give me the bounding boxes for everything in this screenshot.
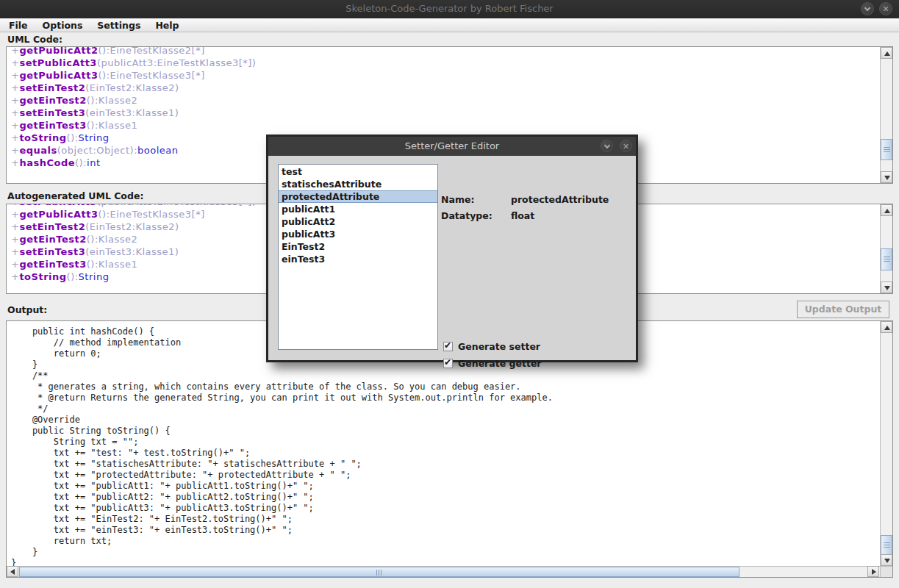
uml-code-line: +setEinTest3(einTest3:Klasse1) <box>11 107 880 119</box>
output-code-line: } <box>11 558 880 566</box>
arrow-up-icon <box>884 51 890 56</box>
checkbox-label: Generate setter <box>458 341 540 352</box>
arrow-up-icon <box>884 326 890 330</box>
list-item-publicAtt1[interactable]: publicAtt1 <box>279 203 437 215</box>
scroll-right-button[interactable] <box>867 566 879 577</box>
name-label: Name: <box>441 194 474 205</box>
grip-icon <box>376 570 382 576</box>
scrollbar-thumb[interactable] <box>881 535 892 555</box>
uml-vertical-scrollbar[interactable] <box>880 47 892 183</box>
list-item-statischesAttribute[interactable]: statischesAttribute <box>279 178 437 190</box>
scroll-down-button[interactable] <box>881 171 892 183</box>
output-code-line: txt += "EinTest2: "+ EinTest2.toString()… <box>11 514 880 525</box>
output-code-line: txt += "test: "+ test.toString()+" "; <box>11 448 880 459</box>
output-code-line: */ <box>11 404 880 415</box>
autogen-vertical-scrollbar[interactable] <box>880 204 892 293</box>
checkbox-box[interactable]: ✔ <box>443 359 453 368</box>
output-code-line: txt += "statischesAttribute: "+ statisch… <box>11 459 880 470</box>
datatype-value: float <box>511 210 534 221</box>
menu-item-help[interactable]: Help <box>148 18 186 32</box>
scroll-left-button[interactable] <box>7 566 18 577</box>
scrollbar-thumb[interactable] <box>19 567 739 577</box>
scroll-down-button[interactable] <box>881 282 892 293</box>
checkbox-label: Generate getter <box>458 358 542 369</box>
shade-window-button[interactable] <box>861 2 874 15</box>
scroll-up-button[interactable] <box>881 47 892 59</box>
app-window: Skeleton-Code-Generator by Robert Fische… <box>0 0 899 588</box>
close-window-button[interactable]: ✕ <box>879 2 892 15</box>
attribute-list[interactable]: teststatischesAttributeprotectedAttribut… <box>278 164 438 350</box>
menu-bar: FileOptionsSettingsHelp <box>0 18 899 32</box>
uml-code-line: +getPublicAtt2():EineTestKlasse2[*] <box>11 47 880 57</box>
chevron-down-icon <box>864 5 870 11</box>
uml-code-line: +setEinTest2(EinTest2:Klasse2) <box>11 82 880 94</box>
output-vertical-scrollbar[interactable] <box>880 321 892 566</box>
output-code-line: txt += "einTest3: "+ einTest3.toString()… <box>11 525 880 536</box>
update-output-button[interactable]: Update Output <box>797 301 889 318</box>
autogen-uml-label: Autogenerated UML Code: <box>7 190 143 201</box>
dialog-close-button[interactable]: ✕ <box>620 140 632 152</box>
uml-code-label: UML Code: <box>7 34 62 45</box>
output-label: Output: <box>7 304 47 315</box>
menu-item-settings[interactable]: Settings <box>90 18 148 32</box>
menu-item-options[interactable]: Options <box>35 18 90 32</box>
output-code-line: txt += "protectedAttribute: "+ protected… <box>11 470 880 481</box>
grip-icon <box>884 257 890 262</box>
menu-item-file[interactable]: File <box>1 18 35 32</box>
name-value: protectedAttribute <box>511 194 609 205</box>
scrollbar-corner <box>880 566 892 577</box>
dialog-body: teststatischesAttributeprotectedAttribut… <box>268 156 636 360</box>
dialog-title-bar: Setter/Getter Editor ✕ <box>268 137 636 156</box>
list-item-test[interactable]: test <box>279 165 437 178</box>
output-code-line: String txt = ""; <box>11 437 880 448</box>
list-item-EinTest2[interactable]: EinTest2 <box>279 240 437 253</box>
arrow-left-icon <box>10 569 15 575</box>
output-code-line: * generates a string, which contains eve… <box>11 381 880 392</box>
uml-code-line: +getEinTest2():Klasse2 <box>11 94 880 107</box>
output-code-line: /** <box>11 370 880 381</box>
output-code-line: txt += "publicAtt1: "+ publicAtt1.toStri… <box>11 481 880 492</box>
arrow-up-icon <box>884 209 890 213</box>
output-horizontal-scrollbar[interactable] <box>7 566 880 577</box>
grip-icon <box>884 147 890 153</box>
window-title: Skeleton-Code-Generator by Robert Fische… <box>0 3 899 14</box>
output-code-line: return txt; <box>11 536 880 547</box>
dialog-title: Setter/Getter Editor <box>268 140 636 151</box>
checkbox-box[interactable]: ✔ <box>443 342 453 351</box>
close-icon: ✕ <box>880 4 892 15</box>
checkmark-icon: ✔ <box>444 357 451 368</box>
list-item-publicAtt2[interactable]: publicAtt2 <box>279 215 437 228</box>
output-code-line: * @return Returns the generated String, … <box>11 392 880 404</box>
uml-code-line: +getPublicAtt3():EineTestKlasse3[*] <box>11 69 880 82</box>
close-icon: ✕ <box>620 141 631 153</box>
output-code-line: txt += "publicAtt3: "+ publicAtt3.toStri… <box>11 503 880 514</box>
datatype-label: Datatype: <box>441 210 493 221</box>
scrollbar-thumb[interactable] <box>881 139 892 160</box>
output-code-line: public String toString() { <box>11 426 880 437</box>
scroll-up-button[interactable] <box>881 321 892 333</box>
scrollbar-thumb[interactable] <box>881 248 892 270</box>
checkmark-icon: ✔ <box>444 340 451 351</box>
uml-code-line: +getEinTest3():Klasse1 <box>11 119 880 132</box>
grip-icon <box>884 542 890 548</box>
output-code-line: @Override <box>11 415 880 426</box>
scroll-up-button[interactable] <box>881 204 892 216</box>
uml-code-line: +setPublicAtt3(publicAtt3:EineTestKlasse… <box>11 57 880 69</box>
list-item-publicAtt3[interactable]: publicAtt3 <box>279 228 437 240</box>
title-bar: Skeleton-Code-Generator by Robert Fische… <box>0 0 899 18</box>
chevron-down-icon <box>604 143 610 148</box>
output-code-line: txt += "publicAtt2: "+ publicAtt2.toStri… <box>11 492 880 503</box>
arrow-right-icon <box>872 569 876 575</box>
setter-getter-dialog: Setter/Getter Editor ✕ teststatischesAtt… <box>266 135 638 362</box>
dialog-shade-button[interactable] <box>601 140 613 152</box>
arrow-down-icon <box>884 286 890 290</box>
arrow-down-icon <box>884 559 890 563</box>
scroll-down-button[interactable] <box>881 554 892 566</box>
arrow-down-icon <box>884 176 890 180</box>
output-code-line: } <box>11 547 880 558</box>
list-item-protectedAttribute[interactable]: protectedAttribute <box>279 190 437 203</box>
list-item-einTest3[interactable]: einTest3 <box>279 253 437 265</box>
